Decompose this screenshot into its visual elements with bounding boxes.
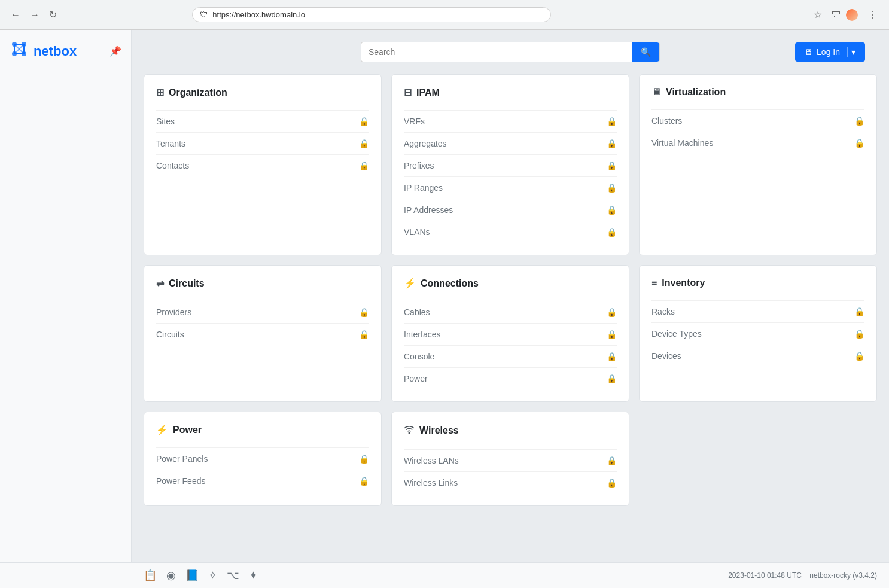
- card-ipam: ⊟ IPAM VRFs 🔒 Aggregates 🔒 Prefixes 🔒 IP…: [391, 74, 629, 255]
- lock-icon: 🔒: [607, 374, 617, 383]
- list-item[interactable]: Wireless Links 🔒: [404, 471, 617, 493]
- item-label: Interfaces: [404, 330, 440, 339]
- lock-icon: 🔒: [607, 183, 617, 193]
- ipam-icon: ⊟: [404, 87, 412, 98]
- lock-icon: 🔒: [854, 329, 864, 339]
- login-label: Log In: [817, 47, 840, 57]
- list-item[interactable]: Power Panels 🔒: [156, 447, 369, 470]
- list-item[interactable]: VRFs 🔒: [404, 110, 617, 132]
- list-item[interactable]: Device Types 🔒: [651, 322, 864, 345]
- item-label: Device Types: [651, 329, 702, 339]
- list-item[interactable]: Providers 🔒: [156, 301, 369, 323]
- lock-icon: 🔒: [607, 139, 617, 148]
- lock-icon: 🔒: [359, 330, 369, 339]
- lock-icon: 🔒: [359, 139, 369, 148]
- virtualization-icon: 🖥: [651, 87, 661, 98]
- lock-icon: 🔒: [607, 117, 617, 126]
- changelog-icon[interactable]: ✧: [208, 569, 217, 582]
- browser-chrome: ← → ↻ 🛡 https://netbox.hwdomain.io ☆ 🛡 ⋮: [0, 0, 889, 30]
- card-inventory: ≡ Inventory Racks 🔒 Device Types 🔒 Devic…: [639, 265, 877, 402]
- shield-extension-icon: 🛡: [832, 10, 841, 20]
- list-item[interactable]: Devices 🔒: [651, 345, 864, 367]
- card-power-title: ⚡ Power: [156, 424, 369, 438]
- list-item[interactable]: Wireless LANs 🔒: [404, 449, 617, 471]
- search-input[interactable]: [361, 42, 632, 62]
- list-item[interactable]: Power 🔒: [404, 367, 617, 389]
- list-item[interactable]: IP Ranges 🔒: [404, 176, 617, 199]
- lock-icon: 🔒: [607, 227, 617, 237]
- refresh-button[interactable]: ↻: [45, 7, 60, 23]
- list-item[interactable]: Contacts 🔒: [156, 154, 369, 176]
- inventory-icon: ≡: [651, 278, 657, 288]
- item-label: Power Feeds: [156, 476, 205, 486]
- footer-timestamp: 2023-01-10 01:48 UTC: [728, 571, 802, 580]
- list-item[interactable]: Cables 🔒: [404, 301, 617, 323]
- login-button[interactable]: 🖥 Log In ▾: [795, 42, 865, 62]
- lock-icon: 🔒: [854, 116, 864, 126]
- item-label: VLANs: [404, 227, 430, 237]
- menu-button[interactable]: ⋮: [863, 7, 882, 23]
- card-inventory-title: ≡ Inventory: [651, 278, 864, 291]
- sidebar-logo: netbox 📌: [0, 30, 131, 72]
- card-wireless: Wireless Wireless LANs 🔒 Wireless Links …: [391, 412, 629, 506]
- footer-bar: 📋 ◉ 📘 ✧ ⌥ ✦ 2023-01-10 01:48 UTC netbox-…: [0, 562, 889, 588]
- lock-icon: 🔒: [607, 352, 617, 361]
- item-label: Clusters: [651, 116, 682, 126]
- list-item[interactable]: Interfaces 🔒: [404, 323, 617, 345]
- power-icon: ⚡: [156, 424, 168, 435]
- list-item[interactable]: Power Feeds 🔒: [156, 470, 369, 492]
- list-item[interactable]: Clusters 🔒: [651, 109, 864, 132]
- item-label: Power: [404, 374, 428, 383]
- bookmark-button[interactable]: ☆: [809, 7, 827, 23]
- forward-button[interactable]: →: [26, 7, 43, 23]
- list-item[interactable]: IP Addresses 🔒: [404, 199, 617, 221]
- graphql-icon[interactable]: ◉: [166, 569, 176, 582]
- card-circuits: ⇌ Circuits Providers 🔒 Circuits 🔒: [144, 265, 382, 402]
- item-label: Circuits: [156, 330, 184, 339]
- item-label: Aggregates: [404, 139, 447, 148]
- item-label: Virtual Machines: [651, 138, 713, 148]
- card-connections-title: ⚡ Connections: [404, 278, 617, 291]
- logo-icon: [10, 39, 29, 63]
- item-label: Providers: [156, 307, 191, 317]
- sidebar: netbox 📌: [0, 30, 132, 588]
- lock-icon: 🔒: [854, 351, 864, 361]
- item-label: IP Ranges: [404, 183, 443, 193]
- main-content: 🔍 🖥 Log In ▾ ⊞ Organization Sites 🔒: [132, 30, 889, 588]
- lock-icon: 🔒: [359, 161, 369, 170]
- rest-api-icon[interactable]: 📘: [185, 569, 199, 582]
- list-item[interactable]: Sites 🔒: [156, 110, 369, 132]
- footer-left-icons: 📋 ◉ 📘 ✧ ⌥ ✦: [12, 569, 258, 582]
- slack-icon[interactable]: ✦: [249, 569, 258, 582]
- card-wireless-title: Wireless: [404, 424, 617, 440]
- lock-icon: 🔒: [607, 161, 617, 170]
- list-item[interactable]: Aggregates 🔒: [404, 132, 617, 154]
- back-button[interactable]: ←: [7, 7, 24, 23]
- list-item[interactable]: Virtual Machines 🔒: [651, 132, 864, 154]
- item-label: Cables: [404, 307, 430, 317]
- search-button[interactable]: 🔍: [632, 42, 659, 62]
- lock-icon: 🔒: [854, 307, 864, 316]
- github-icon[interactable]: ⌥: [227, 569, 239, 582]
- item-label: Wireless LANs: [404, 456, 459, 465]
- docs-icon[interactable]: 📋: [144, 569, 157, 582]
- lock-icon: 🔒: [359, 307, 369, 317]
- lock-icon: 🔒: [607, 330, 617, 339]
- logo-text: netbox: [34, 44, 77, 59]
- item-label: Contacts: [156, 161, 189, 170]
- card-organization-title: ⊞ Organization: [156, 87, 369, 100]
- search-container: 🔍: [361, 42, 660, 62]
- list-item[interactable]: Prefixes 🔒: [404, 154, 617, 176]
- organization-icon: ⊞: [156, 87, 164, 98]
- list-item[interactable]: Console 🔒: [404, 345, 617, 367]
- list-item[interactable]: Circuits 🔒: [156, 323, 369, 345]
- card-ipam-title: ⊟ IPAM: [404, 87, 617, 100]
- list-item[interactable]: Racks 🔒: [651, 300, 864, 322]
- item-label: IP Addresses: [404, 205, 453, 215]
- lock-icon: 🔒: [607, 478, 617, 488]
- card-power: ⚡ Power Power Panels 🔒 Power Feeds 🔒: [144, 412, 382, 506]
- list-item[interactable]: Tenants 🔒: [156, 132, 369, 154]
- item-label: Wireless Links: [404, 478, 458, 488]
- list-item[interactable]: VLANs 🔒: [404, 221, 617, 243]
- cards-grid: ⊞ Organization Sites 🔒 Tenants 🔒 Contact…: [144, 74, 877, 506]
